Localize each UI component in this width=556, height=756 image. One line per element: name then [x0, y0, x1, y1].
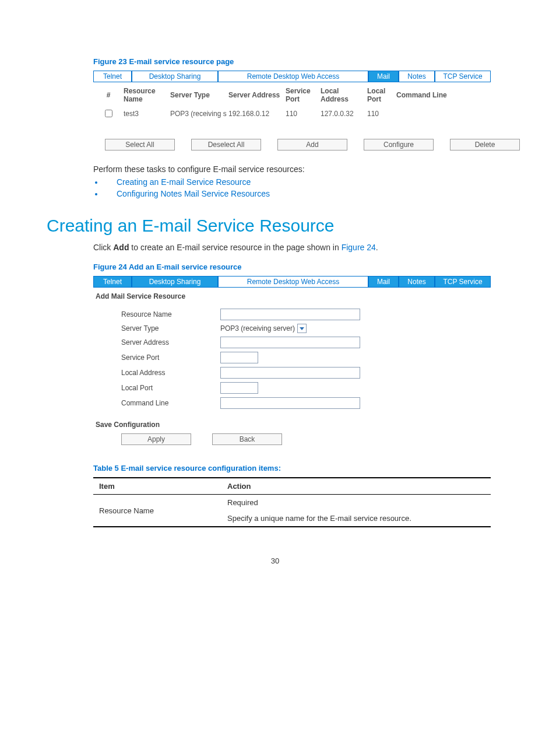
cell-local-port: 110: [367, 110, 396, 118]
tab-mail[interactable]: Mail: [368, 71, 398, 82]
row-checkbox[interactable]: [105, 110, 112, 117]
intro-text: Perform these tasks to configure E-mail …: [93, 164, 504, 174]
table5: Item Action Resource Name Required Speci…: [93, 477, 491, 527]
server-type-select[interactable]: POP3 (receiving server): [220, 324, 307, 333]
section-heading: Creating an E-mail Service Resource: [47, 216, 504, 236]
tab-notes[interactable]: Notes: [398, 71, 434, 82]
col-resource-name: Resource Name: [124, 87, 170, 103]
service-port-input[interactable]: [220, 352, 258, 363]
col-command-line: Command Line: [396, 91, 491, 99]
form-title: Add Mail Service Resource: [93, 288, 491, 305]
back-button[interactable]: Back: [212, 433, 282, 445]
fig24-tabs: Telnet Desktop Sharing Remote Desktop We…: [93, 276, 491, 288]
text-fragment: Click: [93, 243, 113, 252]
tab-tcp-service[interactable]: TCP Service: [434, 71, 490, 82]
col-local-port: Local Port: [367, 87, 396, 103]
link-configuring-notes[interactable]: Configuring Notes Mail Service Resources: [117, 189, 270, 198]
tab-remote-desktop-web-access[interactable]: Remote Desktop Web Access: [217, 71, 368, 82]
link-figure24[interactable]: Figure 24: [342, 243, 376, 252]
page-number: 30: [47, 556, 504, 565]
add-button[interactable]: Add: [277, 139, 347, 150]
th-action: Action: [221, 478, 491, 495]
deselect-all-button[interactable]: Deselect All: [191, 139, 261, 150]
click-add-text: Click Add to create an E-mail service re…: [93, 243, 504, 252]
table5-caption: Table 5 E-mail service resource configur…: [93, 464, 504, 473]
tab-tcp-service[interactable]: TCP Service: [434, 276, 490, 287]
th-item: Item: [93, 478, 221, 495]
resource-name-input[interactable]: [220, 309, 360, 320]
apply-button[interactable]: Apply: [121, 433, 191, 445]
label-server-type: Server Type: [93, 324, 220, 332]
tab-remote-desktop-web-access[interactable]: Remote Desktop Web Access: [217, 276, 368, 287]
select-all-button[interactable]: Select All: [105, 139, 175, 150]
figure24-caption: Figure 24 Add an E-mail service resource: [93, 262, 504, 271]
col-checkbox: #: [93, 91, 124, 99]
cell-resource-name: test3: [124, 110, 170, 118]
task-links: Creating an E-mail Service Resource Conf…: [104, 177, 504, 198]
td-action-2: Specify a unique name for the E-mail ser…: [221, 510, 491, 527]
col-service-port: Service Port: [286, 87, 321, 103]
tab-mail[interactable]: Mail: [368, 276, 398, 287]
delete-button[interactable]: Delete: [450, 139, 520, 150]
label-server-address: Server Address: [93, 338, 220, 346]
cell-server-address: 192.168.0.12: [228, 110, 286, 118]
chevron-down-icon[interactable]: [297, 324, 307, 333]
td-item: Resource Name: [93, 495, 221, 527]
td-action-1: Required: [221, 495, 491, 511]
text-fragment: .: [376, 243, 378, 252]
server-type-value: POP3 (receiving server): [220, 324, 295, 332]
label-local-port: Local Port: [93, 384, 220, 392]
fig24-button-row: Apply Back: [121, 433, 491, 447]
link-creating-email[interactable]: Creating an E-mail Service Resource: [117, 177, 251, 187]
col-server-address: Server Address: [228, 91, 286, 99]
tab-telnet[interactable]: Telnet: [94, 71, 131, 82]
figure24-panel: Telnet Desktop Sharing Remote Desktop We…: [93, 276, 491, 447]
figure23-panel: Telnet Desktop Sharing Remote Desktop We…: [93, 71, 491, 150]
label-local-address: Local Address: [93, 369, 220, 377]
col-server-type: Server Type: [170, 91, 228, 99]
server-address-input[interactable]: [220, 337, 360, 348]
local-port-input[interactable]: [220, 382, 258, 394]
fig23-grid: # Resource Name Server Type Server Addre…: [93, 85, 491, 121]
table-row: test3 POP3 (receiving s 192.168.0.12 110…: [93, 106, 491, 121]
local-address-input[interactable]: [220, 367, 360, 379]
cell-local-address: 127.0.0.32: [321, 110, 367, 118]
tab-desktop-sharing[interactable]: Desktop Sharing: [131, 276, 217, 287]
label-command-line: Command Line: [93, 399, 220, 407]
configure-button[interactable]: Configure: [364, 139, 434, 150]
fig23-button-row: Select All Deselect All Add Configure De…: [105, 139, 491, 150]
text-fragment: to create an E-mail service resource in …: [129, 243, 341, 252]
save-configuration-heading: Save Configuration: [93, 412, 491, 433]
label-service-port: Service Port: [93, 354, 220, 362]
command-line-input[interactable]: [220, 397, 360, 409]
figure23-caption: Figure 23 E-mail service resource page: [93, 57, 504, 66]
tab-notes[interactable]: Notes: [398, 276, 434, 287]
label-resource-name: Resource Name: [93, 310, 220, 318]
fig23-tabs: Telnet Desktop Sharing Remote Desktop We…: [93, 71, 491, 82]
row-checkbox-wrap: [93, 108, 124, 119]
tab-desktop-sharing[interactable]: Desktop Sharing: [131, 71, 217, 82]
tab-telnet[interactable]: Telnet: [94, 276, 131, 287]
cell-service-port: 110: [286, 110, 321, 118]
col-local-address: Local Address: [321, 87, 367, 103]
cell-server-type: POP3 (receiving s: [170, 110, 228, 118]
text-bold-add: Add: [113, 243, 129, 252]
